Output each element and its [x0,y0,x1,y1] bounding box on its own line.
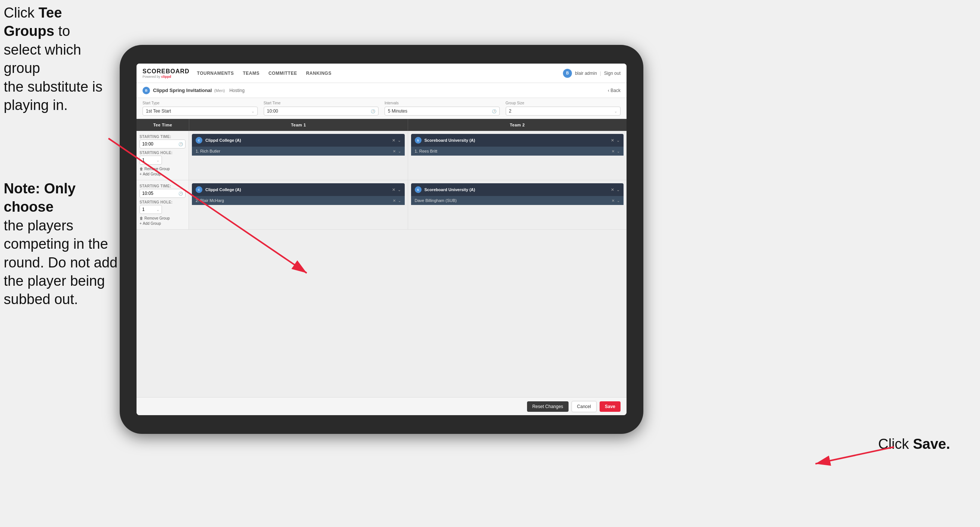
start-type-arrows: ⌄ [251,109,255,113]
click-save-instruction: Click Save. [878,436,950,452]
group-size-value: 2 [509,108,512,114]
intervals-label: Intervals [385,101,500,105]
starting-time-input-2[interactable]: 10:05 🕐 [140,189,186,198]
player-row-2-2: Dave Billingham (SUB) ✕ ⌄ [411,196,624,205]
team1-card-1: C Clippd College (A) ✕ ⌄ 1. Rich Butler … [192,134,405,156]
team1-name-2: Clippd College (A) [205,187,389,192]
intervals-field: Intervals 5 Minutes 🕐 [385,101,500,116]
group-row-1: STARTING TIME: 10:00 🕐 STARTING HOLE: 1 … [137,131,627,180]
team1-remove-1[interactable]: ✕ [392,138,395,143]
nav-rankings[interactable]: RANKINGS [306,69,331,77]
starting-hole-input-1[interactable]: 1 ⌄ [140,156,162,165]
nav-tournaments[interactable]: TOURNAMENTS [197,69,234,77]
logo-clippd: clippd [161,75,171,78]
remove-group-btn-2[interactable]: 🗑 Remove Group [140,216,186,220]
tournament-tag: (Men) [214,88,225,93]
tablet-device: SCOREBOARD Powered by clippd TOURNAMENTS… [120,45,643,434]
player-name-1-1: 1. Rich Butler [196,149,393,153]
team2-header: Team 2 [408,119,627,131]
start-type-value: 1st Tee Start [146,108,171,114]
add-group-btn-2[interactable]: + Add Group [140,221,186,226]
team1-card-2: C Clippd College (A) ✕ ⌄ 2. Blair McHarg… [192,183,405,205]
player-remove-1-2[interactable]: ✕ [393,199,396,203]
team2-card-header-2: S Scoreboard University (A) ✕ ⌄ [411,183,624,196]
player-expand-1-1[interactable]: ⌄ [398,149,401,153]
start-type-label: Start Type [143,101,258,105]
player-row-1-2: 2. Blair McHarg ✕ ⌄ [192,196,405,205]
intervals-value: 5 Minutes [388,108,407,114]
nav-committee[interactable]: COMMITTEE [269,69,298,77]
logo-powered: Powered by clippd [143,75,189,78]
player-expand-2-2[interactable]: ⌄ [617,199,620,203]
remove-group-btn-1[interactable]: 🗑 Remove Group [140,167,186,171]
sub-header-icon: B [143,87,150,94]
team2-card-header-1: S Scoreboard University (A) ✕ ⌄ [411,134,624,146]
team2-card-2: S Scoreboard University (A) ✕ ⌄ Dave Bil… [411,183,624,205]
team1-col-1: C Clippd College (A) ✕ ⌄ 1. Rich Butler … [189,131,408,180]
starting-time-label-2: STARTING TIME: [140,184,186,188]
team2-icon-2: S [415,186,422,193]
nav-avatar: B [563,69,572,78]
player-remove-2-2[interactable]: ✕ [612,199,614,203]
player-row-1-1: 1. Rich Butler ✕ ⌄ [192,146,405,156]
cancel-button[interactable]: Cancel [571,401,597,412]
player-row-2-1: 1. Rees Britt ✕ ⌄ [411,146,624,156]
team2-expand-1[interactable]: ⌄ [616,138,620,143]
save-button[interactable]: Save [600,401,620,412]
team1-remove-2[interactable]: ✕ [392,187,395,192]
team2-expand-2[interactable]: ⌄ [616,187,620,192]
starting-time-label-1: STARTING TIME: [140,135,186,139]
player-remove-2-1[interactable]: ✕ [612,149,614,153]
navbar: SCOREBOARD Powered by clippd TOURNAMENTS… [137,64,627,83]
start-type-field: Start Type 1st Tee Start ⌄ [143,101,258,116]
team2-remove-2[interactable]: ✕ [611,187,614,192]
team2-col-2: S Scoreboard University (A) ✕ ⌄ Dave Bil… [408,180,627,229]
team1-name-1: Clippd College (A) [205,138,389,143]
team2-remove-1[interactable]: ✕ [611,138,614,143]
team1-header: Team 1 [189,119,408,131]
intervals-input[interactable]: 5 Minutes 🕐 [385,107,500,116]
player-name-2-1: 1. Rees Britt [415,149,612,153]
player-expand-2-1[interactable]: ⌄ [617,149,620,153]
team2-card-1: S Scoreboard University (A) ✕ ⌄ 1. Rees … [411,134,624,156]
reset-changes-button[interactable]: Reset Changes [527,401,568,412]
group-size-field: Group Size 2 ⌄ [506,101,621,116]
tee-time-header: Tee Time [137,119,189,131]
group-size-input[interactable]: 2 ⌄ [506,107,621,116]
tablet-screen: SCOREBOARD Powered by clippd TOURNAMENTS… [137,64,627,415]
player-remove-1-1[interactable]: ✕ [393,149,396,153]
nav-items: TOURNAMENTS TEAMS COMMITTEE RANKINGS [197,69,563,77]
signout-link[interactable]: Sign out [604,71,620,76]
team1-card-header-1: C Clippd College (A) ✕ ⌄ [192,134,405,146]
player-name-2-2: Dave Billingham (SUB) [415,198,612,203]
note-text: Note: Only choose the players competing … [4,180,120,309]
column-headers: Tee Time Team 1 Team 2 [137,119,627,131]
team2-icon-1: S [415,137,422,143]
player-expand-1-2[interactable]: ⌄ [398,199,401,203]
team1-expand-2[interactable]: ⌄ [398,187,401,192]
start-time-field: Start Time 10:00 🕐 [264,101,379,116]
tee-groups-bold: Tee Groups [4,5,62,39]
team2-name-1: Scoreboard University (A) [425,138,608,143]
team2-col-1: S Scoreboard University (A) ✕ ⌄ 1. Rees … [408,131,627,180]
back-button[interactable]: ‹ Back [608,88,620,93]
nav-teams[interactable]: TEAMS [243,69,259,77]
starting-hole-label-2: STARTING HOLE: [140,200,186,204]
start-type-input[interactable]: 1st Tee Start ⌄ [143,107,258,116]
group-size-label: Group Size [506,101,621,105]
starting-time-input-1[interactable]: 10:00 🕐 [140,140,186,148]
footer: Reset Changes Cancel Save [137,397,627,415]
starting-hole-label-1: STARTING HOLE: [140,151,186,155]
nav-right: B blair admin | Sign out [563,69,620,78]
team1-card-header-2: C Clippd College (A) ✕ ⌄ [192,183,405,196]
team1-expand-1[interactable]: ⌄ [398,138,401,143]
start-time-label: Start Time [264,101,379,105]
start-time-input[interactable]: 10:00 🕐 [264,107,379,116]
team1-icon-2: C [196,186,202,193]
start-time-value: 10:00 [267,108,278,114]
config-row: Start Type 1st Tee Start ⌄ Start Time 10… [137,98,627,119]
starting-hole-input-2[interactable]: 1 ⌄ [140,205,162,214]
group-size-arrows: ⌄ [614,109,617,113]
add-group-btn-1[interactable]: + Add Group [140,172,186,176]
tee-time-col-2: STARTING TIME: 10:05 🕐 STARTING HOLE: 1 … [137,180,189,229]
